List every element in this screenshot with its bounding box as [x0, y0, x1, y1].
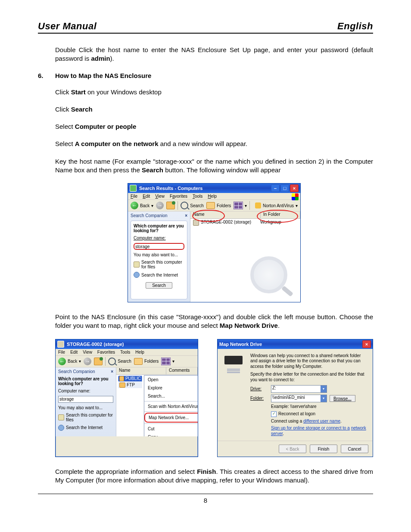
mid-a: Point to the NAS Enclosure (in this case… [55, 313, 373, 329]
ctx-open[interactable]: Open [144, 376, 198, 384]
titlebar[interactable]: Map Network Drive × [218, 339, 373, 349]
search-icon [181, 202, 188, 209]
step-1: Click Start on your Windows desktop [55, 88, 373, 96]
folders-button[interactable]: Folders [206, 202, 231, 209]
menu-edit[interactable]: Edit [143, 194, 150, 199]
norton-button[interactable]: Norton AntiVirus ▾ [255, 202, 298, 208]
menu-favorites[interactable]: Favorites [170, 194, 187, 199]
header-left: User Manual [38, 21, 97, 32]
menu-view[interactable]: View [83, 350, 92, 355]
share-ftp[interactable]: FTP [118, 382, 142, 388]
file-icon [134, 261, 140, 268]
ctx-search[interactable]: Search... [144, 392, 198, 400]
step-2-bold: Search [71, 106, 93, 113]
sidebar-link-files[interactable]: Search this computer for files [134, 260, 184, 269]
close-button[interactable]: × [290, 184, 299, 192]
search-companion-panel: Search Companion × Which computer are yo… [128, 212, 190, 302]
forward-button[interactable]: → [156, 202, 164, 209]
up-button[interactable] [94, 358, 103, 365]
minimize-button[interactable]: – [271, 184, 280, 192]
ctx-copy[interactable]: Copy [144, 433, 198, 436]
signup-link-a[interactable]: Sign up for online storage or connect to… [271, 426, 350, 430]
share-public[interactable]: PUBLIC [118, 376, 142, 382]
views-button[interactable]: ▾ [161, 358, 174, 365]
browse-button[interactable]: Browse... [330, 395, 355, 402]
menubar: File Edit View Favorites Tools Help [128, 193, 300, 200]
up-button[interactable] [166, 202, 175, 209]
menu-help[interactable]: Help [208, 194, 217, 199]
separator-icon [177, 201, 178, 210]
col-folder[interactable]: In Folder [261, 212, 300, 218]
titlebar[interactable]: Search Results - Computers – □ × [128, 184, 300, 193]
sidebar-link-internet[interactable]: Search the Internet [134, 272, 184, 278]
magnifier-icon [250, 256, 287, 293]
step-4-c: and a new window will appear. [158, 140, 247, 147]
finish-button[interactable]: Finish [310, 445, 337, 453]
forward-icon: → [84, 358, 91, 365]
search-button[interactable]: Search [108, 358, 131, 365]
forward-button[interactable]: → [84, 358, 91, 365]
ctx-explore[interactable]: Explore [144, 384, 198, 392]
titlebar[interactable]: STORAGE-0002 (storage) [56, 339, 198, 349]
cancel-button[interactable]: Cancel [341, 445, 368, 453]
menu-view[interactable]: View [155, 194, 165, 199]
sidebar-title: Search Companion [131, 213, 168, 218]
ctx-scan[interactable]: Scan with Norton AntiVirus [144, 402, 198, 411]
folder-select[interactable]: \\edmini\ED_mini [271, 395, 327, 402]
toolbar: ←Back ▾ → Search Folders ▾ [56, 356, 198, 367]
dialog-text: Windows can help you connect to a shared… [250, 353, 368, 437]
folders-icon [134, 358, 143, 365]
folders-button[interactable]: Folders [134, 358, 159, 365]
menu-file[interactable]: File [58, 350, 65, 355]
folder-example: Example: \\server\share [271, 404, 368, 410]
back-button[interactable]: < Back [279, 445, 306, 453]
search-results-window: Search Results - Computers – □ × File Ed… [128, 183, 301, 302]
menu-help[interactable]: Help [135, 350, 144, 355]
computer-name-input[interactable] [134, 243, 184, 250]
menu-file[interactable]: File [131, 194, 137, 199]
ctx-map-network-drive[interactable]: Map Network Drive... [144, 413, 198, 423]
dialog-body: Windows can help you connect to a shared… [218, 349, 373, 441]
sidebar-link-files-label: Search this computer for files [66, 413, 113, 422]
sidebar-search-button[interactable]: Search [146, 282, 172, 289]
mid-bold: Map Network Drive [220, 322, 278, 329]
sidebar-link-internet[interactable]: Search the Internet [58, 425, 113, 431]
separator-icon [105, 357, 106, 366]
menu-tools[interactable]: Tools [120, 350, 130, 355]
sidebar-question: Which computer are you looking for? [58, 376, 113, 386]
back-button[interactable]: ←Back ▾ [131, 202, 153, 209]
intro-paragraph: Double Click the host name to enter the … [55, 46, 373, 63]
computer-name-input[interactable] [58, 396, 113, 403]
menu-tools[interactable]: Tools [193, 194, 202, 199]
views-icon [234, 202, 243, 209]
col-name[interactable]: Name [190, 212, 261, 218]
sidebar-question: Which computer are you looking for? [134, 224, 184, 233]
col-name[interactable]: Name [116, 367, 166, 374]
globe-icon [134, 272, 140, 278]
result-row[interactable]: STORAGE-0002 (storage) Workgroup [190, 219, 300, 227]
section-title: How to Map the NAS Enclosure [55, 72, 151, 79]
views-button[interactable]: ▾ [234, 202, 247, 209]
page-footer: 8 [38, 494, 373, 504]
search-button[interactable]: Search [181, 202, 204, 209]
different-user-link[interactable]: different user name [303, 419, 340, 423]
ctx-divider [144, 423, 198, 424]
checkbox-icon[interactable]: ✓ [271, 411, 277, 417]
sidebar-close-button[interactable]: × [111, 369, 113, 374]
back-button[interactable]: ←Back ▾ [58, 358, 81, 365]
menu-favorites[interactable]: Favorites [97, 350, 115, 355]
sidebar-link-files[interactable]: Search this computer for files [58, 413, 113, 422]
sidebar-close-button[interactable]: × [185, 213, 187, 218]
col-comments[interactable]: Comments [166, 367, 198, 374]
drive-select[interactable]: Z: [271, 385, 327, 393]
ctx-divider [144, 411, 198, 412]
maximize-button[interactable]: □ [280, 184, 289, 192]
close-button[interactable]: × [362, 340, 371, 348]
step-5: Key the host name (For example "storage-… [55, 157, 373, 175]
windows-logo-icon [292, 193, 299, 200]
folder-value: \\edmini\ED_mini [272, 395, 305, 400]
result-name: STORAGE-0002 (storage) [201, 220, 258, 226]
reconnect-checkbox-row[interactable]: ✓ Reconnect at logon [271, 411, 368, 417]
menu-edit[interactable]: Edit [70, 350, 78, 355]
ctx-cut[interactable]: Cut [144, 425, 198, 433]
